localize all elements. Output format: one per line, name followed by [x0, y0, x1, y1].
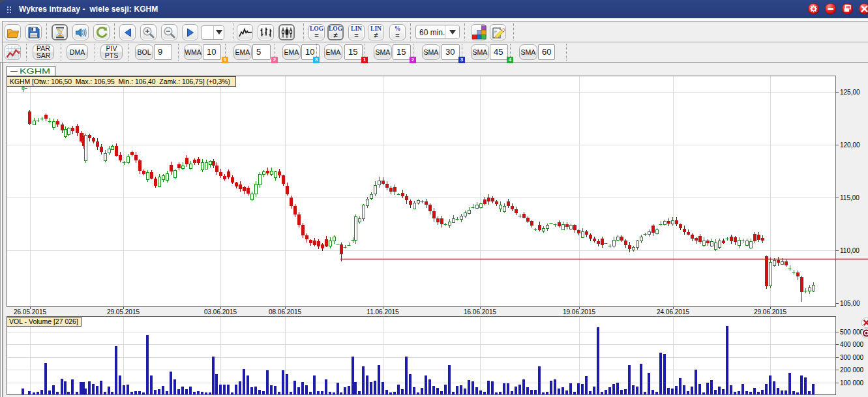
svg-text:11.06.2015: 11.06.2015: [367, 308, 399, 316]
svg-text:300 000: 300 000: [840, 354, 864, 361]
svg-text:19.06.2015: 19.06.2015: [563, 308, 595, 316]
svg-text:KGHM: KGHM: [20, 67, 50, 75]
svg-text:105,00: 105,00: [840, 300, 860, 307]
svg-text:200 000: 200 000: [840, 366, 864, 374]
svg-text:120,00: 120,00: [840, 141, 860, 149]
svg-text:400 000: 400 000: [840, 341, 864, 348]
svg-text:500 000: 500 000: [840, 329, 864, 336]
svg-text:100 000: 100 000: [840, 379, 864, 387]
svg-text:26.05.2015: 26.05.2015: [14, 308, 46, 316]
svg-text:08.06.2015: 08.06.2015: [269, 308, 301, 316]
svg-text:115,00: 115,00: [840, 194, 860, 201]
svg-text:29.06.2015: 29.06.2015: [754, 308, 786, 316]
svg-text:24.06.2015: 24.06.2015: [657, 308, 689, 316]
svg-text:VOL - Volume [27 026]: VOL - Volume [27 026]: [9, 317, 78, 325]
svg-text:29.05.2015: 29.05.2015: [107, 308, 140, 316]
svg-text:03.06.2015: 03.06.2015: [204, 308, 237, 316]
svg-text:16.06.2015: 16.06.2015: [464, 308, 496, 316]
svg-text:125,00: 125,00: [840, 89, 860, 96]
svg-text:KGHM [Otw.: 106,50 Max.: 106,: KGHM [Otw.: 106,50 Max.: 106,95 Min.: 10…: [10, 78, 230, 85]
svg-text:110,00: 110,00: [840, 247, 860, 254]
